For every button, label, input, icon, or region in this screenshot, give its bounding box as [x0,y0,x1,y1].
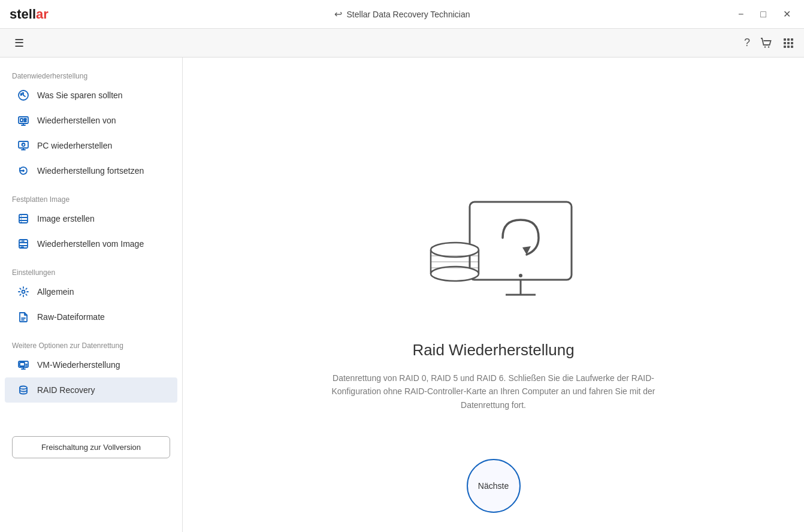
app-logo: stellar [10,7,49,22]
section-label-festplatten-image: Festplatten Image [0,191,182,206]
content-hero-icon [398,178,590,322]
sidebar-item-label: Wiederherstellen von [37,116,116,125]
monitor-icon [17,139,30,152]
svg-point-1 [768,46,769,47]
refresh-circle-icon [17,89,30,102]
clock-refresh-icon [17,164,30,177]
svg-rect-6 [787,42,790,44]
toolbar-right: ? [744,37,794,50]
title-bar-left: stellar [10,7,49,22]
sidebar-item-raid-recovery[interactable]: RAID Recovery [5,377,177,403]
sidebar-item-label: PC wiederherstellen [37,141,112,150]
svg-rect-15 [24,121,26,122]
title-bar-center: ↩ Stellar Data Recovery Technician [334,8,470,20]
toolbar: ☰ ? [0,29,804,58]
svg-rect-5 [784,42,786,44]
apps-button[interactable] [782,37,794,49]
content-description: Datenrettung von RAID 0, RAID 5 und RAID… [326,371,661,412]
back-arrow-icon: ↩ [334,8,342,20]
sidebar-item-raw-dateiformate[interactable]: Raw-Dateiformate [5,304,177,330]
next-button[interactable]: Nächste [467,459,521,513]
svg-point-25 [20,247,22,248]
vm-icon [17,358,30,371]
svg-point-18 [23,170,24,171]
svg-point-22 [21,222,22,223]
help-button[interactable]: ? [744,37,750,49]
sidebar-item-label: Allgemein [37,287,74,297]
hamburger-icon: ☰ [14,37,24,49]
next-button-container: Nächste [183,459,804,513]
unlock-button[interactable]: Freischaltung zur Vollversion [12,436,170,458]
raid-icon [17,383,30,397]
hamburger-button[interactable]: ☰ [10,34,29,52]
svg-rect-14 [24,119,26,120]
svg-point-20 [21,216,22,217]
gear-icon [17,285,30,298]
content-area: Raid Wiederherstellung Datenrettung von … [183,58,804,532]
drive-image-icon [17,212,30,225]
title-bar: stellar ↩ Stellar Data Recovery Technici… [0,0,804,29]
drive-restore-icon [17,237,30,250]
section-label-weitere-optionen: Weitere Optionen zur Datenrettung [0,337,182,352]
sidebar-item-wiederherstellen-von[interactable]: Wiederherstellen von [5,108,177,133]
svg-point-29 [20,386,27,389]
svg-point-37 [431,267,479,281]
sidebar-item-wiederherstellung-fortsetzen[interactable]: Wiederherstellung fortsetzen [5,158,177,183]
sidebar: Datenwiederherstellung Was Sie sparen so… [0,58,183,532]
close-button[interactable]: ✕ [779,6,794,22]
title-bar-right: − □ ✕ [735,6,794,22]
sidebar-item-was-sie-sparen[interactable]: Was Sie sparen sollten [5,83,177,108]
sidebar-item-image-erstellen[interactable]: Image erstellen [5,206,177,231]
apps-icon [782,37,794,49]
svg-point-34 [431,243,479,257]
sidebar-item-label: Image erstellen [37,214,95,223]
svg-point-33 [519,274,522,277]
content-title: Raid Wiederherstellung [412,341,574,359]
sidebar-item-allgemein[interactable]: Allgemein [5,279,177,304]
svg-rect-30 [470,202,572,280]
svg-rect-28 [20,362,25,366]
section-label-einstellungen: Einstellungen [0,264,182,279]
sidebar-item-label: RAID Recovery [37,385,95,395]
sidebar-item-vm-wiederherstellung[interactable]: VM-Wiederherstellung [5,352,177,377]
svg-rect-2 [784,38,786,41]
svg-rect-19 [19,214,28,223]
cart-icon [760,37,773,50]
logo-text: stellar [10,7,49,22]
main-layout: Datenwiederherstellung Was Sie sparen so… [0,58,804,532]
sidebar-item-label: Was Sie sparen sollten [37,90,123,100]
sidebar-item-label: VM-Wiederherstellung [37,360,120,370]
section-label-datenwiederherstellung: Datenwiederherstellung [0,67,182,83]
sidebar-bottom: Freischaltung zur Vollversion [0,427,182,468]
sidebar-item-label: Raw-Dateiformate [37,312,105,322]
svg-rect-8 [784,46,786,48]
sidebar-item-label: Wiederherstellen vom Image [37,239,144,249]
help-icon: ? [744,37,750,49]
desktop-icon [17,114,30,127]
minimize-button[interactable]: − [735,7,747,22]
svg-rect-3 [787,38,790,41]
sidebar-item-pc-wiederherstellen[interactable]: PC wiederherstellen [5,133,177,158]
file-raw-icon [17,310,30,324]
svg-point-26 [22,291,25,294]
sidebar-item-label: Wiederherstellung fortsetzen [37,166,144,176]
svg-point-24 [20,241,22,242]
svg-rect-13 [20,119,23,122]
svg-rect-4 [791,38,793,41]
maximize-button[interactable]: □ [757,7,770,22]
sidebar-item-wiederherstellen-vom-image[interactable]: Wiederherstellen vom Image [5,231,177,256]
cart-button[interactable] [760,37,773,50]
svg-rect-16 [19,141,28,148]
svg-rect-9 [787,46,790,48]
svg-rect-7 [791,42,793,44]
svg-rect-10 [791,46,793,48]
svg-point-0 [764,46,766,47]
svg-point-21 [21,219,22,220]
app-title: Stellar Data Recovery Technician [347,10,470,19]
